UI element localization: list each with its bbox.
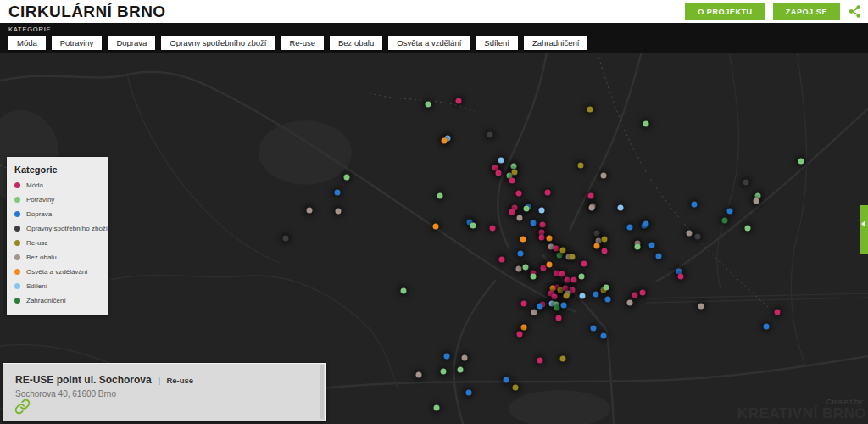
map-marker[interactable]: [336, 209, 342, 215]
popup-scrollbar[interactable]: [320, 365, 324, 419]
map-marker[interactable]: [541, 265, 547, 271]
place-popup[interactable]: RE-USE point ul. Sochorova | Re-use Soch…: [3, 363, 326, 421]
map-marker[interactable]: [601, 333, 607, 339]
category-filter-sd-len-[interactable]: Sdílení: [476, 36, 518, 50]
map-marker[interactable]: [745, 226, 751, 232]
map-marker[interactable]: [531, 220, 537, 226]
map-marker[interactable]: [441, 369, 447, 375]
map-marker[interactable]: [587, 107, 593, 113]
map-marker[interactable]: [643, 221, 649, 227]
map-marker[interactable]: [521, 301, 527, 307]
map-marker[interactable]: [545, 190, 551, 196]
map-marker[interactable]: [531, 310, 537, 315]
map-marker[interactable]: [537, 304, 543, 310]
map-marker[interactable]: [456, 98, 462, 104]
map-marker[interactable]: [335, 190, 341, 196]
map-marker[interactable]: [531, 274, 537, 280]
map-marker[interactable]: [564, 293, 570, 299]
map-marker[interactable]: [523, 265, 529, 271]
map-marker[interactable]: [516, 191, 522, 197]
map-marker[interactable]: [498, 158, 504, 164]
map-marker[interactable]: [687, 231, 693, 237]
category-filter-m-da[interactable]: Móda: [8, 36, 46, 50]
map-marker[interactable]: [594, 243, 600, 249]
map-marker[interactable]: [283, 236, 289, 242]
map-marker[interactable]: [426, 102, 431, 108]
map-marker[interactable]: [643, 121, 649, 127]
map-marker[interactable]: [509, 209, 515, 215]
map-marker[interactable]: [591, 326, 597, 332]
category-filter-osv-ta-a-vzd-l-n-[interactable]: Osvěta a vzdělání: [388, 36, 470, 50]
map-marker[interactable]: [579, 274, 585, 280]
map-marker[interactable]: [560, 248, 566, 254]
map-marker[interactable]: [594, 231, 600, 237]
map-marker[interactable]: [401, 288, 407, 294]
map-marker[interactable]: [618, 205, 624, 211]
share-icon[interactable]: [848, 4, 862, 19]
map-marker[interactable]: [516, 266, 522, 272]
map-marker[interactable]: [554, 246, 559, 252]
map-marker[interactable]: [499, 257, 505, 263]
join-button[interactable]: ZAPOJ SE: [773, 3, 840, 20]
map-marker[interactable]: [627, 225, 633, 231]
map-marker[interactable]: [540, 222, 546, 228]
map-marker[interactable]: [602, 237, 608, 243]
map-marker[interactable]: [588, 193, 594, 199]
map-marker[interactable]: [632, 293, 638, 298]
map-marker[interactable]: [433, 224, 439, 230]
map-marker[interactable]: [539, 235, 545, 241]
map-marker[interactable]: [589, 205, 595, 211]
map-marker[interactable]: [602, 248, 608, 254]
map-marker[interactable]: [656, 254, 662, 259]
map-marker[interactable]: [561, 303, 567, 309]
map-marker[interactable]: [640, 290, 646, 296]
map-marker[interactable]: [517, 215, 523, 221]
map-marker[interactable]: [537, 358, 543, 364]
map-marker[interactable]: [511, 164, 517, 170]
map-marker[interactable]: [554, 305, 560, 311]
map-marker[interactable]: [466, 390, 472, 396]
map-marker[interactable]: [518, 251, 524, 257]
category-filter-doprava[interactable]: Doprava: [108, 36, 155, 50]
category-filter-bez-obalu[interactable]: Bez obalu: [330, 36, 382, 50]
map-marker[interactable]: [754, 198, 760, 204]
map-marker[interactable]: [517, 332, 523, 338]
map-marker[interactable]: [556, 315, 562, 321]
map-marker[interactable]: [434, 405, 440, 411]
map-marker[interactable]: [627, 300, 633, 306]
map-marker[interactable]: [462, 355, 468, 361]
map-marker[interactable]: [487, 132, 493, 138]
map-marker[interactable]: [678, 274, 684, 280]
map-marker[interactable]: [524, 206, 530, 212]
map-marker[interactable]: [775, 310, 781, 315]
side-panel-toggle[interactable]: [860, 205, 868, 254]
map-marker[interactable]: [727, 209, 733, 215]
map-marker[interactable]: [581, 261, 587, 267]
map-marker[interactable]: [698, 304, 704, 310]
map-marker[interactable]: [798, 159, 804, 165]
category-filter-re-use[interactable]: Re-use: [281, 36, 324, 50]
map-marker[interactable]: [520, 237, 526, 243]
map-marker[interactable]: [307, 208, 313, 214]
map-marker[interactable]: [509, 178, 515, 184]
map-marker[interactable]: [695, 234, 701, 240]
map-marker[interactable]: [416, 372, 422, 378]
map-marker[interactable]: [513, 385, 519, 391]
map-marker[interactable]: [444, 354, 450, 360]
map-marker[interactable]: [601, 173, 607, 179]
category-filter-zahradni-en-[interactable]: Zahradničení: [524, 36, 587, 50]
map-marker[interactable]: [692, 202, 698, 208]
map-marker[interactable]: [344, 175, 350, 181]
map-marker[interactable]: [504, 377, 509, 383]
category-filter-potraviny[interactable]: Potraviny: [52, 36, 103, 50]
map-marker[interactable]: [552, 294, 558, 300]
map-canvas[interactable]: [0, 0, 868, 424]
map-marker[interactable]: [593, 292, 599, 298]
map-marker[interactable]: [570, 254, 576, 260]
map-marker[interactable]: [496, 170, 502, 176]
map-marker[interactable]: [442, 138, 448, 144]
map-marker[interactable]: [539, 208, 545, 214]
map-marker[interactable]: [557, 253, 563, 259]
map-marker[interactable]: [547, 262, 553, 268]
map-marker[interactable]: [571, 277, 577, 283]
